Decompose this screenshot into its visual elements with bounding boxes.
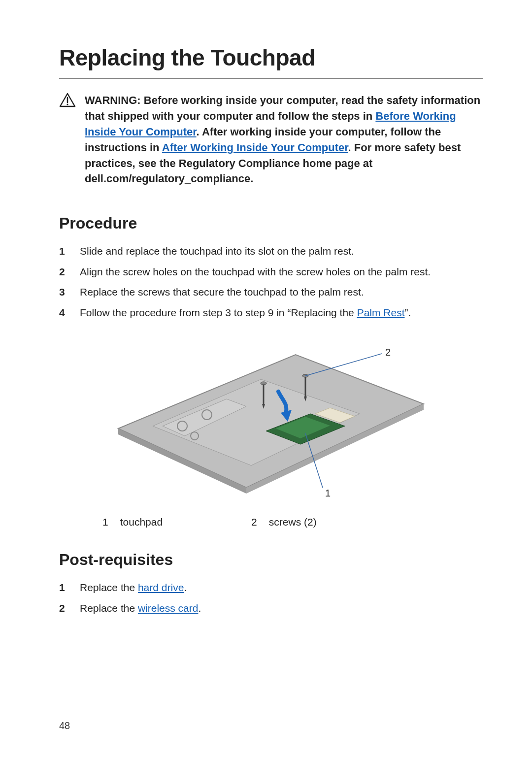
postreq-step: 2 Replace the wireless card. (59, 600, 483, 616)
figure-callout-2: 2 (385, 347, 391, 358)
procedure-steps: 1 Slide and replace the touchpad into it… (59, 243, 483, 320)
step-text: Replace the wireless card. (80, 600, 201, 616)
procedure-step: 2 Align the screw holes on the touchpad … (59, 264, 483, 280)
figure: 2 1 (59, 330, 483, 507)
step-number: 2 (59, 264, 68, 280)
legend-label: touchpad (120, 516, 163, 528)
link-wireless-card[interactable]: wireless card (138, 602, 199, 614)
step-text-pre: Follow the procedure from step 3 to step… (80, 307, 357, 318)
procedure-step: 3 Replace the screws that secure the tou… (59, 284, 483, 300)
touchpad-diagram: 2 1 (99, 330, 443, 507)
legend-item: 2 screws (2) (251, 516, 317, 528)
figure-legend: 1 touchpad 2 screws (2) (59, 516, 483, 528)
document-page: Replacing the Touchpad WARNING: Before w… (0, 0, 532, 761)
figure-callout-1: 1 (325, 488, 331, 498)
procedure-step: 1 Slide and replace the touchpad into it… (59, 243, 483, 259)
step-text-pre: Replace the (80, 602, 138, 614)
legend-item: 1 touchpad (102, 516, 163, 528)
step-number: 3 (59, 284, 68, 300)
legend-number: 2 (251, 516, 257, 528)
step-text-pre: Replace the (80, 582, 138, 593)
step-text-post: ”. (405, 307, 411, 318)
link-palm-rest[interactable]: Palm Rest (357, 307, 405, 318)
postreq-heading: Post-requisites (59, 551, 483, 569)
procedure-heading: Procedure (59, 214, 483, 232)
procedure-step: 4 Follow the procedure from step 3 to st… (59, 305, 483, 321)
legend-number: 1 (102, 516, 108, 528)
step-text: Replace the screws that secure the touch… (80, 284, 364, 300)
step-text: Align the screw holes on the touchpad wi… (80, 264, 431, 280)
warning-icon (59, 93, 76, 187)
link-hard-drive[interactable]: hard drive (138, 582, 184, 593)
step-text: Follow the procedure from step 3 to step… (80, 305, 411, 321)
warning-text: WARNING: Before working inside your comp… (85, 93, 483, 187)
step-text-post: . (184, 582, 187, 593)
step-number: 4 (59, 305, 68, 321)
postreq-step: 1 Replace the hard drive. (59, 580, 483, 596)
step-number: 1 (59, 243, 68, 259)
postreq-steps: 1 Replace the hard drive. 2 Replace the … (59, 580, 483, 616)
step-number: 1 (59, 580, 68, 596)
page-title: Replacing the Touchpad (59, 44, 483, 79)
page-number: 48 (59, 720, 70, 731)
step-text: Slide and replace the touchpad into its … (80, 243, 354, 259)
warning-block: WARNING: Before working inside your comp… (59, 93, 483, 187)
link-after-working[interactable]: After Working Inside Your Computer (162, 141, 348, 154)
step-text: Replace the hard drive. (80, 580, 187, 596)
svg-point-15 (261, 382, 266, 385)
step-number: 2 (59, 600, 68, 616)
svg-point-2 (66, 103, 68, 105)
step-text-post: . (198, 602, 201, 614)
legend-label: screws (2) (269, 516, 317, 528)
